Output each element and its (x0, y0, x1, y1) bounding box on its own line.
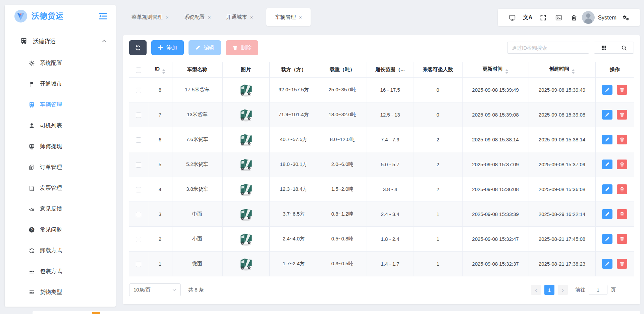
row-edit-button[interactable] (602, 209, 612, 219)
tab-close-icon[interactable]: × (299, 15, 302, 20)
translate-icon[interactable]: 文A (520, 9, 535, 26)
goto-page-input[interactable] (589, 285, 607, 295)
search-button[interactable] (614, 42, 634, 53)
row-checkbox[interactable] (136, 212, 141, 217)
row-checkbox[interactable] (136, 162, 141, 168)
column-grid-button[interactable] (594, 42, 614, 53)
row-checkbox[interactable] (136, 237, 141, 242)
menu-collapse-icon[interactable] (98, 12, 108, 20)
vehicle-image[interactable] (238, 207, 254, 221)
row-delete-button[interactable] (617, 209, 627, 219)
tab-close-icon[interactable]: × (166, 15, 169, 20)
sidebar-item-driver-list[interactable]: 司机列表 (5, 115, 116, 136)
select-all-checkbox[interactable] (136, 68, 141, 73)
add-button[interactable]: 添加 (151, 40, 184, 55)
user-menu[interactable]: System (582, 9, 618, 26)
sidebar-item-invoice-mgmt[interactable]: 发票管理 (5, 178, 116, 198)
tab-close-icon[interactable]: × (250, 15, 253, 20)
sort-carets[interactable] (505, 69, 508, 74)
row-edit-button[interactable] (602, 259, 612, 269)
sidebar-item-unload-method[interactable]: 卸载方式 (5, 240, 116, 261)
sidebar-item-vehicle-mgmt[interactable]: 车辆管理 (5, 94, 116, 115)
sidebar-item-package-method[interactable]: 包装方式 (5, 261, 116, 282)
cell-updated-at: 2025-09-08 15:32:47 (462, 227, 529, 252)
tab-menu-rules[interactable]: 菜单规则管理 × (129, 8, 171, 26)
next-page-button[interactable]: › (558, 285, 568, 295)
vehicle-image[interactable] (238, 232, 254, 246)
row-delete-button[interactable] (617, 85, 627, 95)
order-icon (29, 164, 35, 171)
tab-vehicle-mgmt[interactable]: 车辆管理 × (266, 8, 311, 26)
sidebar-item-order-mgmt[interactable]: 订单管理 (5, 157, 116, 178)
row-delete-button[interactable] (617, 184, 627, 194)
sidebar-item-feedback[interactable]: 意见反馈 (5, 198, 116, 219)
row-edit-button[interactable] (602, 234, 612, 244)
monitor-icon[interactable] (504, 9, 520, 26)
vehicle-image[interactable] (238, 257, 254, 271)
cell-passengers: 1 (414, 252, 462, 276)
vehicle-image[interactable] (238, 83, 254, 97)
tab-open-cities[interactable]: 开通城市 × (224, 8, 255, 26)
row-edit-button[interactable] (602, 85, 612, 95)
cell-image (222, 202, 269, 227)
row-edit-button[interactable] (602, 110, 612, 120)
sidebar-item-cargo-type[interactable]: 货物类型 (5, 282, 116, 303)
row-checkbox[interactable] (136, 113, 141, 118)
sort-carets[interactable] (572, 69, 575, 74)
cargo-icon (29, 289, 35, 296)
row-checkbox[interactable] (136, 262, 141, 267)
page-size-select[interactable]: 10条/页 (129, 283, 181, 296)
row-edit-button[interactable] (602, 184, 612, 194)
sidebar-item-system-config[interactable]: 系统配置 (5, 53, 116, 74)
fullscreen-icon[interactable] (535, 9, 551, 26)
row-delete-button[interactable] (617, 259, 627, 269)
column-header-id[interactable]: ID (148, 62, 172, 78)
cell-weight: 0.8~1.2吨 (318, 202, 367, 227)
cell-volume: 18.0~30.1方 (269, 152, 318, 177)
prev-page-button[interactable]: ‹ (531, 285, 541, 295)
vehicle-image[interactable] (238, 157, 254, 172)
avatar (582, 11, 595, 24)
row-edit-button[interactable] (602, 160, 612, 169)
sidebar-item-faq[interactable]: ? 常见问题 (5, 219, 116, 240)
grid-icon (601, 45, 607, 51)
tab-system-config[interactable]: 系统配置 × (182, 8, 213, 26)
cell-updated-at: 2025-09-08 15:39:08 (462, 102, 529, 127)
terminal-icon[interactable] (551, 9, 567, 26)
table-toolbar: 添加 编辑 删除 (129, 40, 634, 56)
sidebar-item-master-withdraw[interactable]: 师傅提现 (5, 136, 116, 157)
cell-volume: 2.4~4.0方 (269, 227, 318, 252)
row-checkbox[interactable] (136, 88, 141, 93)
below-fold-card (33, 311, 640, 314)
prev-page-icon: ‹ (535, 286, 537, 293)
cell-vehicle-name: 13米货车 (172, 102, 222, 127)
row-checkbox[interactable] (136, 137, 141, 143)
column-header-updated_at[interactable]: 更新时间 (462, 62, 529, 78)
row-edit-button[interactable] (602, 135, 612, 144)
column-header-created_at[interactable]: 创建时间 (529, 62, 595, 78)
row-checkbox[interactable] (136, 187, 141, 192)
brand-title: 沃德货运 (32, 11, 98, 21)
vehicle-image[interactable] (238, 107, 254, 122)
trash-icon[interactable] (567, 9, 582, 26)
row-delete-button[interactable] (617, 234, 627, 244)
page-number-active[interactable]: 1 (544, 285, 554, 295)
sidebar-group-freight[interactable]: 沃德货运 (5, 32, 116, 50)
row-delete-button[interactable] (617, 110, 627, 120)
row-delete-button[interactable] (617, 160, 627, 169)
edit-button[interactable]: 编辑 (189, 40, 221, 55)
sort-carets[interactable] (162, 69, 165, 74)
refresh-button[interactable] (129, 40, 147, 55)
sidebar-item-open-cities[interactable]: 开通城市 (5, 74, 116, 94)
row-delete-button[interactable] (617, 135, 627, 144)
settings-gears-icon[interactable] (618, 9, 633, 26)
vehicle-image[interactable] (238, 182, 254, 196)
delete-button[interactable]: 删除 (226, 40, 258, 55)
cell-created-at: 2025-08-21 17:45:08 (529, 227, 595, 252)
cell-box-length: 1.8 - 2.4 (367, 227, 414, 252)
vehicle-image[interactable] (238, 132, 254, 147)
cell-created-at: 2025-08-21 17:38:23 (529, 252, 595, 276)
pager: ‹ 1 › 前往 页 (531, 285, 616, 295)
search-input[interactable] (507, 42, 589, 54)
tab-close-icon[interactable]: × (208, 15, 211, 20)
